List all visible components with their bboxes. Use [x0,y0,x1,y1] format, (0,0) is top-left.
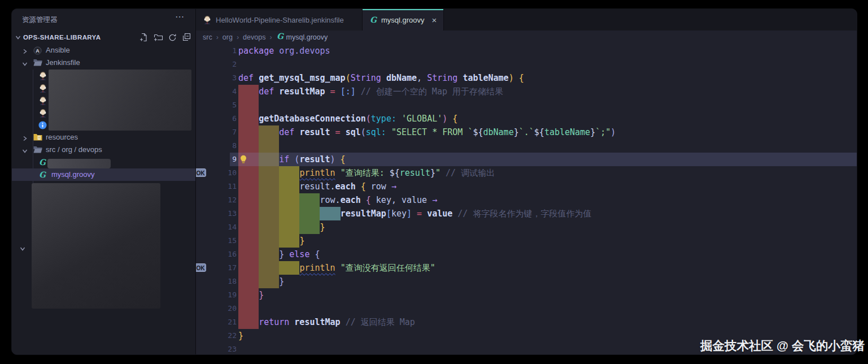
breadcrumb-label: devops [243,33,265,41]
line-number: 15 [196,234,237,248]
redacted-filename [47,159,111,168]
explorer-header: 资源管理器 ⋯ [12,9,195,31]
svg-text:G: G [277,32,284,41]
folder-open-icon [33,146,42,155]
tree-item-label: src / org / devops [46,145,102,154]
line-number: 21 [196,315,237,329]
svg-text:G: G [370,16,377,24]
collapse-all-icon[interactable] [182,33,191,42]
ok-gutter-badge: OK [196,263,206,272]
groovy-icon: G [276,32,284,42]
tab-close-icon[interactable]: × [432,15,437,25]
line-number: 1 [196,44,237,58]
project-section-label: OPS-SHARE-LIBRARYA [23,34,101,41]
code-line[interactable]: } [238,329,243,343]
tab-label: HelloWorld-Pipeline-Sharelib.jenkinsfile [216,16,344,24]
tab-bar: HelloWorld-Pipeline-Sharelib.jenkinsfile… [196,9,857,31]
new-file-icon[interactable] [139,33,149,42]
code-line[interactable]: def resultMap = [:] // 创建一个空的 Map 用于存储结果 [238,85,503,98]
more-actions-icon[interactable]: ⋯ [175,11,185,22]
code-line[interactable]: package org.devops [238,44,330,58]
svg-text:G: G [39,158,46,167]
line-number: 7 [196,125,237,139]
section-action-icons [139,33,191,42]
breadcrumb-item-src[interactable]: src [203,33,212,41]
line-number: 6 [196,112,237,125]
code-line[interactable]: getDatabaseConnection(type: 'GLOBAL') { [238,112,457,125]
code-line[interactable]: } [238,220,325,234]
code-line[interactable]: return resultMap // 返回结果 Map [238,315,415,329]
tree-item-label: Jenkinsfile [46,58,80,67]
folder-open-icon [33,59,42,68]
breadcrumb-item-org[interactable]: org [223,33,233,41]
chevron-right-icon [22,47,28,56]
tab-helloworld-pipeline-sharelib.jenkinsfile[interactable]: HelloWorld-Pipeline-Sharelib.jenkinsfile [196,9,363,31]
breadcrumb-separator: › [237,33,239,41]
watermark: 掘金技术社区 @ 会飞的小蛮猪 [700,337,865,354]
tree-item-resources[interactable]: resources [12,131,195,144]
breadcrumb-item-mysql.groovy[interactable]: Gmysql.groovy [276,32,328,42]
svg-text:G: G [39,171,46,179]
redacted-region [49,70,191,131]
code-line[interactable]: def get_mysql_msg_map(String dbName, Str… [238,71,524,85]
line-number: 18 [196,275,237,288]
breadcrumb-separator: › [269,33,272,41]
jenkins-avatar-icon [38,84,47,94]
code-line[interactable]: } else { [238,248,320,261]
lightbulb-icon[interactable] [239,155,248,166]
code-editor[interactable]: 1package org.devops23def get_mysql_msg_m… [196,44,857,354]
tree-item-label: mysql.groovy [51,170,95,179]
line-number: 19 [196,288,237,302]
chevron-right-icon [22,135,28,143]
screenshot-root: 资源管理器 ⋯ OPS-SHARE-LIBRARYA AAnsibleJenki… [0,0,868,364]
tab-mysql.groovy[interactable]: Gmysql.groovy× [363,9,444,31]
code-line[interactable]: row.each { key, value → [238,193,437,207]
breadcrumb-label: mysql.groovy [286,33,328,41]
line-number: 11 [196,180,237,193]
line-number: 20 [196,302,237,315]
info-icon [38,121,47,131]
tree-item-label: Ansible [46,46,70,54]
vscode-window: 资源管理器 ⋯ OPS-SHARE-LIBRARYA AAnsibleJenki… [11,8,857,355]
code-line[interactable]: } [238,288,264,302]
chevron-down-icon[interactable] [20,244,25,254]
code-line[interactable]: resultMap[key] = value // 将字段名作为键，字段值作为值 [238,207,591,220]
line-number: 5 [196,98,237,112]
code-line[interactable]: result.each { row → [238,180,396,193]
redacted-region [32,183,160,309]
svg-text:A: A [36,48,40,54]
breadcrumb-separator: › [216,33,219,41]
code-line[interactable]: } [238,234,304,248]
breadcrumb-item-devops[interactable]: devops [243,33,265,41]
jenkins-avatar-icon [38,96,47,107]
code-line[interactable]: } [238,275,284,288]
explorer-title: 资源管理器 [22,15,58,25]
tree-item-mysql.groovy[interactable]: Gmysql.groovy [12,168,195,181]
line-number: 9 [196,153,237,166]
line-number: 23 [196,343,237,354]
line-number: 14 [196,220,237,234]
tree-item-jenkinsfile[interactable]: Jenkinsfile [12,57,195,69]
tree-item-label: resources [46,133,78,141]
tree-item-src-org-devops[interactable]: src / org / devops [12,144,195,156]
code-line[interactable]: if (result) { [238,153,346,166]
line-number: 12 [196,193,237,207]
project-section-header[interactable]: OPS-SHARE-LIBRARYA [12,31,195,44]
groovy-icon: G [369,16,377,24]
tree-item-ansible[interactable]: AAnsible [12,44,195,57]
groovy-icon: G [38,171,46,181]
code-line[interactable]: println "查询没有返回任何结果" [238,261,435,275]
code-line[interactable]: println "查询结果: ${result}" // 调试输出 [238,166,495,180]
new-folder-icon[interactable] [154,33,163,42]
line-number: 2 [196,58,237,71]
ok-gutter-badge: OK [196,168,206,177]
line-number: 4 [196,85,237,98]
folder-resources-icon [33,133,42,142]
refresh-icon[interactable] [168,33,177,42]
code-line[interactable]: def result = sql(sql: "SELECT * FROM `${… [238,125,616,139]
jenkins-avatar-icon [38,71,47,82]
line-number: 8 [196,139,237,153]
chevron-down-icon [22,147,28,155]
breadcrumb-label: org [223,33,233,41]
groovy-icon: G [38,158,46,168]
